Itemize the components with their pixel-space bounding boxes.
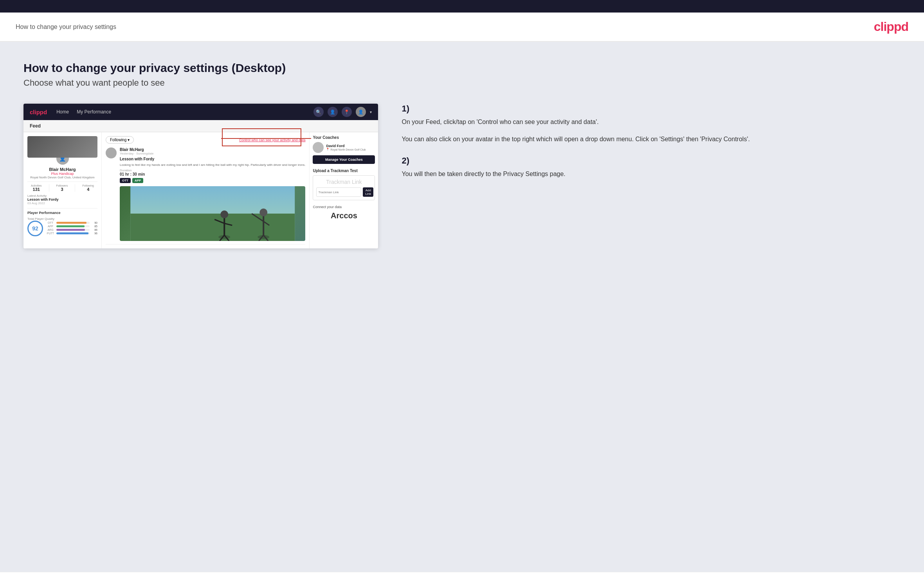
stat-following-label: Following bbox=[82, 184, 94, 187]
nav-links: Home My Performance bbox=[56, 109, 111, 115]
duration-value: 01 hr : 30 min bbox=[120, 172, 305, 176]
browser-wrapper: clippd Home My Performance 🔍 👤 📍 👤 ▾ bbox=[23, 104, 378, 248]
add-link-button[interactable]: Add Link bbox=[363, 187, 373, 197]
browser-mockup: clippd Home My Performance 🔍 👤 📍 👤 ▾ bbox=[23, 104, 378, 248]
quality-score: 92 bbox=[27, 221, 43, 236]
page-heading: How to change your privacy settings (Des… bbox=[23, 61, 901, 75]
total-quality-label: Total Player Quality bbox=[27, 217, 97, 221]
instruction-step2: 2) You will then be taken directly to th… bbox=[402, 156, 901, 179]
stat-activities-label: Activities bbox=[31, 184, 42, 187]
stat-following-value: 4 bbox=[82, 187, 94, 192]
app-body: 👤 Blair McHarg Plus Handicap Royal North… bbox=[23, 132, 378, 248]
feed-panel: Following ▾ Control who can see your act… bbox=[102, 132, 310, 248]
player-performance: Player Performance Total Player Quality … bbox=[27, 208, 97, 236]
bar-fill bbox=[56, 225, 85, 227]
profile-panel: 👤 Blair McHarg Plus Handicap Royal North… bbox=[23, 132, 102, 248]
step2-number: 2) bbox=[402, 156, 901, 166]
location-icon[interactable]: 📍 bbox=[342, 107, 352, 117]
person-icon[interactable]: 👤 bbox=[328, 107, 338, 117]
user-avatar-icon[interactable]: 👤 bbox=[356, 107, 366, 117]
manage-coaches-button[interactable]: Manage Your Coaches bbox=[313, 155, 375, 164]
profile-handicap: Plus Handicap bbox=[27, 172, 97, 176]
step2-text: You will then be taken directly to the P… bbox=[402, 169, 901, 179]
quality-bars: OTT 90 APP 85 ARG 86 PUTT bbox=[46, 221, 97, 235]
profile-club: Royal North Devon Golf Club, United King… bbox=[27, 176, 97, 179]
coach-name: David Ford bbox=[326, 144, 366, 148]
post-title: Lesson with Fordy bbox=[120, 157, 305, 161]
following-row: Following ▾ Control who can see your act… bbox=[106, 136, 305, 144]
coach-info: David Ford 📍 Royal North Devon Golf Club bbox=[326, 144, 366, 151]
stat-followers-label: Followers bbox=[56, 184, 68, 187]
step1-text: On your Feed, click/tap on 'Control who … bbox=[402, 117, 901, 127]
clippd-logo: clippd bbox=[874, 20, 908, 34]
perf-title: Player Performance bbox=[27, 211, 97, 215]
right-panel: Your Coaches David Ford 📍 Royal North De… bbox=[310, 132, 378, 248]
svg-rect-1 bbox=[130, 214, 295, 241]
nav-link-home[interactable]: Home bbox=[56, 109, 69, 115]
connect-section: Connect your data Arccos bbox=[313, 205, 375, 220]
arrow-line bbox=[221, 138, 311, 139]
profile-name: Blair McHarg bbox=[27, 167, 97, 172]
search-icon[interactable]: 🔍 bbox=[313, 107, 324, 117]
coaches-heading: Your Coaches bbox=[313, 135, 375, 140]
trackman-box: Trackman Link Add Link bbox=[313, 175, 375, 200]
stat-activities: Activities 131 bbox=[31, 184, 42, 192]
trackman-placeholder-text: Trackman Link bbox=[316, 179, 371, 185]
following-button[interactable]: Following ▾ bbox=[106, 136, 134, 144]
trackman-section: Upload a Trackman Test Trackman Link Add… bbox=[313, 169, 375, 200]
header: How to change your privacy settings clip… bbox=[0, 13, 924, 42]
step1-number: 1) bbox=[402, 104, 901, 114]
post-card: Blair McHarg Yesterday · Sunningdale Les… bbox=[106, 147, 305, 244]
latest-activity-title: Lesson with Fordy bbox=[27, 198, 97, 201]
bar-fill bbox=[56, 222, 86, 224]
bar-value: 96 bbox=[91, 232, 97, 235]
nav-link-performance[interactable]: My Performance bbox=[77, 109, 111, 115]
feed-tab-bar: Feed bbox=[23, 120, 378, 132]
stat-following: Following 4 bbox=[82, 184, 94, 192]
post-author-name: Blair McHarg bbox=[120, 147, 305, 152]
main-content: How to change your privacy settings (Des… bbox=[0, 42, 924, 572]
avatar-chevron[interactable]: ▾ bbox=[370, 110, 372, 114]
latest-activity-date: 03 Aug 2022 bbox=[27, 201, 97, 205]
trackman-heading: Upload a Trackman Test bbox=[313, 169, 375, 173]
bar-fill bbox=[56, 229, 85, 231]
post-image bbox=[120, 186, 305, 241]
coach-club: Royal North Devon Golf Club bbox=[330, 148, 366, 151]
arccos-logo: Arccos bbox=[313, 211, 375, 220]
bar-row-putt: PUTT 96 bbox=[46, 232, 97, 235]
profile-cover bbox=[27, 136, 97, 158]
bar-label: OTT bbox=[46, 221, 55, 224]
coach-row: David Ford 📍 Royal North Devon Golf Club bbox=[313, 142, 375, 153]
post-tags: OTT APP bbox=[120, 178, 305, 183]
profile-stats: Activities 131 Followers 3 Following bbox=[27, 182, 97, 192]
bar-row-ott: OTT 90 bbox=[46, 221, 97, 224]
post-meta: Yesterday · Sunningdale bbox=[120, 152, 305, 155]
bar-row-app: APP 85 bbox=[46, 225, 97, 228]
bar-label: APP bbox=[46, 225, 55, 228]
footer: Copyright Clippd 2022 bbox=[0, 572, 924, 577]
bar-track bbox=[56, 229, 90, 231]
post-content: Blair McHarg Yesterday · Sunningdale Les… bbox=[120, 147, 305, 241]
trackman-input[interactable] bbox=[316, 187, 361, 197]
tag-app: APP bbox=[132, 178, 143, 183]
stat-divider-1 bbox=[49, 184, 49, 192]
stat-divider-2 bbox=[75, 184, 75, 192]
post-avatar bbox=[106, 147, 117, 158]
content-row: clippd Home My Performance 🔍 👤 📍 👤 ▾ bbox=[23, 104, 901, 248]
post-desc: Looking to feel like my hands are exitin… bbox=[120, 163, 305, 167]
connect-heading: Connect your data bbox=[313, 205, 375, 209]
bar-label: PUTT bbox=[46, 232, 55, 235]
nav-logo: clippd bbox=[30, 109, 47, 115]
instruction-step1: 1) On your Feed, click/tap on 'Control w… bbox=[402, 104, 901, 144]
latest-activity-label: Latest Activity bbox=[27, 194, 97, 198]
stat-activities-value: 131 bbox=[31, 187, 42, 192]
tag-ott: OTT bbox=[120, 178, 131, 183]
coach-avatar bbox=[313, 142, 324, 153]
bar-track bbox=[56, 222, 90, 224]
bar-value: 85 bbox=[91, 225, 97, 228]
instructions-panel: 1) On your Feed, click/tap on 'Control w… bbox=[394, 104, 901, 191]
bar-label: ARG bbox=[46, 228, 55, 231]
feed-tab[interactable]: Feed bbox=[30, 123, 41, 129]
bar-fill bbox=[56, 232, 88, 234]
page-subheading: Choose what you want people to see bbox=[23, 78, 901, 88]
